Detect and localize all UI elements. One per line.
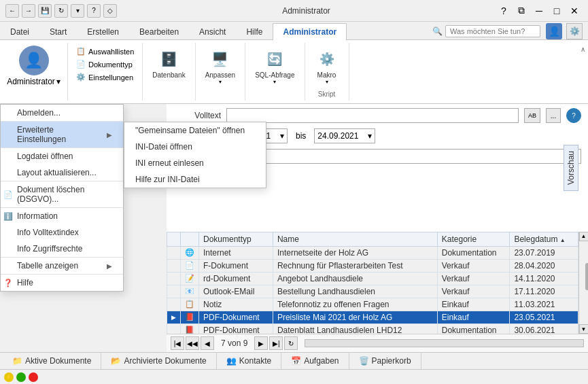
settings-icon[interactable]: ⚙️ bbox=[566, 23, 583, 39]
restore-control[interactable]: ⧉ bbox=[513, 3, 530, 19]
refresh-button[interactable]: ↻ bbox=[54, 4, 68, 18]
more-button[interactable]: ▾ bbox=[71, 4, 84, 18]
tab-hilfe[interactable]: Hilfe bbox=[236, 23, 273, 40]
maximize-control[interactable]: □ bbox=[549, 3, 565, 19]
row-expand[interactable] bbox=[167, 285, 181, 298]
table-row[interactable]: ▶📕PDF-DokumentPreisliste Mai 2021 der Ho… bbox=[167, 311, 578, 324]
tab-administrator[interactable]: Administrator bbox=[273, 23, 347, 40]
table-row[interactable]: 📄F-DokumentRechnung für Pflasterarbeiten… bbox=[167, 259, 578, 272]
scroll-thumb[interactable] bbox=[585, 263, 589, 290]
sql-button[interactable]: 🔄 SQL-Abfrage ▾ bbox=[251, 46, 298, 88]
menu-abmelden[interactable]: Abmelden... bbox=[1, 105, 123, 122]
tab-aktive-dokumente[interactable]: 📁 Aktive Dokumente bbox=[3, 353, 101, 369]
menu-info-zugriffsrechte[interactable]: Info Zugriffsrechte bbox=[1, 241, 123, 258]
name-input[interactable] bbox=[226, 149, 581, 164]
tab-bearbeiten[interactable]: Bearbeiten bbox=[129, 23, 189, 40]
anpassen-button[interactable]: 🖥️ Anpassen ▾ bbox=[201, 46, 239, 88]
menu-layout[interactable]: Layout aktualisieren... bbox=[1, 164, 123, 181]
table-row[interactable]: 📋NotizTelefonnotiz zu offenen FragenEink… bbox=[167, 298, 578, 311]
menu-erweiterte[interactable]: Erweiterte Einstellungen ▶ bbox=[1, 122, 123, 148]
row-name: Telefonnotiz zu offenen Fragen bbox=[273, 298, 437, 311]
page-refresh-btn[interactable]: ↻ bbox=[284, 336, 298, 350]
minimize-control[interactable]: ─ bbox=[531, 3, 547, 19]
row-expand[interactable] bbox=[167, 298, 181, 311]
row-name: Internetseite der Holz AG bbox=[273, 246, 437, 259]
tab-start[interactable]: Start bbox=[39, 23, 77, 40]
einstellungen-button[interactable]: ⚙️ Einstellungen bbox=[73, 71, 137, 83]
menu-dokument-loeschen[interactable]: 📄 Dokument löschen (DSGVO)... bbox=[1, 181, 123, 208]
row-expand[interactable] bbox=[167, 246, 181, 259]
extra-button[interactable]: ◇ bbox=[103, 4, 117, 18]
date-to-input[interactable]: 24.09.2021 ▾ bbox=[314, 128, 375, 143]
row-expand[interactable] bbox=[167, 272, 181, 285]
dokumenttyp-button[interactable]: 📄 Dokumenttyp bbox=[73, 58, 137, 70]
vorschau-tab[interactable]: Vorschau bbox=[564, 145, 578, 191]
page-last-btn[interactable]: ▶| bbox=[269, 336, 283, 350]
menu-tabelle[interactable]: Tabelle anzeigen ▶ bbox=[1, 258, 123, 275]
admin-avatar: 👤 bbox=[19, 46, 49, 75]
tab-erstellen[interactable]: Erstellen bbox=[77, 23, 129, 40]
page-first-btn[interactable]: |◀ bbox=[171, 336, 184, 350]
col-dokumenttyp[interactable]: Dokumenttyp bbox=[199, 232, 273, 246]
table-row[interactable]: 📕PDF-DokumentDatenblatt Landhausdielen L… bbox=[167, 324, 578, 334]
col-belegdatum[interactable]: Belegdatum ▲ bbox=[510, 232, 578, 246]
help-control[interactable]: ? bbox=[496, 3, 512, 19]
table-row[interactable]: 📝rd-DokumentAngebot LandhausdieleVerkauf… bbox=[167, 272, 578, 285]
row-expand[interactable] bbox=[167, 259, 181, 272]
datenbank-button[interactable]: 🗄️ Datenbank bbox=[148, 46, 189, 82]
help-button[interactable]: ? bbox=[87, 4, 101, 18]
page-back-btn[interactable]: ◀ bbox=[201, 336, 214, 350]
col-icon bbox=[181, 232, 199, 246]
search-input[interactable] bbox=[445, 25, 540, 37]
close-control[interactable]: ✕ bbox=[566, 3, 583, 19]
forward-button[interactable]: → bbox=[22, 4, 35, 18]
status-red bbox=[29, 372, 38, 382]
volltext-ab-btn[interactable]: AB bbox=[524, 108, 540, 123]
menu-info-volltext[interactable]: Info Volltextindex bbox=[1, 224, 123, 241]
row-expand[interactable]: ▶ bbox=[167, 311, 181, 324]
save-button[interactable]: 💾 bbox=[38, 4, 52, 18]
vscrollbar[interactable]: ▲ ▼ bbox=[578, 232, 588, 334]
submenu-ini-einlesen[interactable]: INI erneut einlesen bbox=[124, 155, 266, 171]
tab-aufgaben[interactable]: 📅 Aufgaben bbox=[281, 353, 349, 369]
makro-button[interactable]: ⚙️ Makro ▾ bbox=[311, 46, 343, 88]
window-title: Administrator bbox=[117, 6, 496, 16]
submenu-hilfe-ini[interactable]: Hilfe zur INI-Datei bbox=[124, 171, 266, 188]
tab-archivierte[interactable]: 📂 Archivierte Dokumente bbox=[101, 353, 216, 369]
admin-button[interactable]: 👤 bbox=[19, 46, 49, 75]
row-expand[interactable] bbox=[167, 324, 181, 334]
ribbon-tabs: Datei Start Erstellen Bearbeiten Ansicht… bbox=[0, 22, 588, 40]
user-icon[interactable]: 👤 bbox=[546, 23, 562, 39]
volltext-dots-btn[interactable]: ... bbox=[546, 108, 561, 123]
tabelle-label: Tabelle anzeigen bbox=[17, 261, 78, 270]
hilfe-menu-icon: ❓ bbox=[3, 279, 13, 287]
page-next-btn[interactable]: ▶ bbox=[254, 336, 268, 350]
auswahllisten-button[interactable]: 📋 Auswahllisten bbox=[73, 46, 137, 57]
tab-ansicht[interactable]: Ansicht bbox=[189, 23, 236, 40]
menu-hilfe[interactable]: ❓ Hilfe bbox=[1, 275, 123, 291]
menu-logdatei[interactable]: Logdatei öffnen bbox=[1, 148, 123, 164]
back-button[interactable]: ← bbox=[5, 4, 19, 18]
tab-papierkorb[interactable]: 🗑️ Papierkorb bbox=[349, 353, 421, 369]
date-to-dropdown[interactable]: ▾ bbox=[368, 131, 372, 141]
ribbon-collapse[interactable]: ∧ bbox=[578, 43, 588, 101]
hscrollbar[interactable] bbox=[305, 339, 584, 347]
col-name[interactable]: Name bbox=[273, 232, 437, 246]
volltext-help-btn[interactable]: ? bbox=[566, 108, 581, 123]
makro-arrow: ▾ bbox=[326, 79, 328, 85]
col-kategorie[interactable]: Kategorie bbox=[437, 232, 510, 246]
submenu-gemeinsame[interactable]: "Gemeinsame Dateien" öffnen bbox=[124, 122, 266, 139]
scroll-up-btn[interactable]: ▲ bbox=[579, 232, 589, 241]
menu-information[interactable]: ℹ️ Information bbox=[1, 208, 123, 224]
date-from-dropdown[interactable]: ▾ bbox=[280, 131, 284, 141]
ribbon-group-makro: ⚙️ Makro ▾ Skript bbox=[305, 43, 349, 101]
table-row[interactable]: 📧Outlook-EMailBestellung LandhausdielenV… bbox=[167, 285, 578, 298]
table-row[interactable]: 🌐InternetInternetseite der Holz AGDokume… bbox=[167, 246, 578, 259]
tab-datei[interactable]: Datei bbox=[0, 23, 39, 40]
scroll-down-btn[interactable]: ▼ bbox=[579, 324, 589, 334]
tab-kontakte[interactable]: 👥 Kontakte bbox=[217, 353, 281, 369]
page-prev-btn[interactable]: ◀◀ bbox=[186, 336, 199, 350]
submenu-ini-oeffnen[interactable]: INI-Datei öffnen bbox=[124, 139, 266, 155]
datenbank-icon: 🗄️ bbox=[158, 48, 179, 70]
volltext-input[interactable] bbox=[226, 108, 519, 123]
